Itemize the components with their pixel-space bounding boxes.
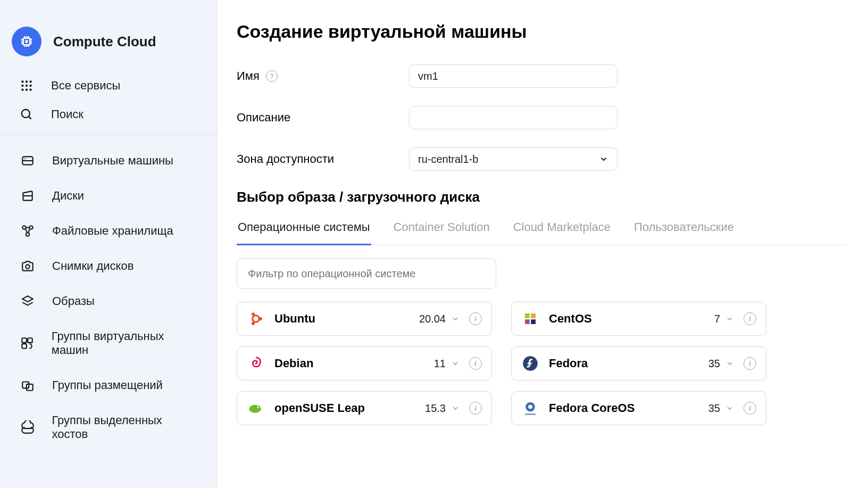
svg-rect-47 <box>525 319 530 324</box>
zone-select[interactable]: ru-central1-b <box>409 147 617 171</box>
os-card-fedora[interactable]: Fedora 35 i <box>511 346 766 381</box>
os-card-opensuse[interactable]: openSUSE Leap 15.3 i <box>237 391 492 425</box>
name-input[interactable] <box>409 64 617 88</box>
name-label: Имя <box>237 69 260 83</box>
svg-point-23 <box>22 110 30 118</box>
sidebar-item-images[interactable]: Образы <box>0 287 217 316</box>
main-content: Создание виртуальной машины Имя ? Описан… <box>218 0 868 488</box>
sidebar-item-label: Диски <box>52 189 84 203</box>
os-card-debian[interactable]: Debian 11 i <box>237 346 492 381</box>
info-icon[interactable]: i <box>469 312 482 325</box>
svg-rect-39 <box>22 382 29 388</box>
opensuse-icon <box>247 399 265 417</box>
sidebar-item-vms[interactable]: Виртуальные машины <box>0 146 217 175</box>
svg-rect-38 <box>22 344 27 349</box>
description-input[interactable] <box>409 106 617 129</box>
svg-rect-37 <box>28 338 32 343</box>
description-label-wrap: Описание <box>237 111 409 125</box>
info-icon[interactable]: i <box>469 357 482 370</box>
sidebar-divider <box>0 134 217 135</box>
os-version-value: 11 <box>434 358 446 370</box>
sidebar-item-snapshots[interactable]: Снимки дисков <box>0 252 217 280</box>
svg-line-32 <box>26 229 27 233</box>
sidebar-all-services[interactable]: Все сервисы <box>0 71 217 100</box>
sidebar-item-placement-groups[interactable]: Группы размещений <box>0 371 217 400</box>
description-label: Описание <box>237 111 290 125</box>
svg-point-55 <box>528 405 532 409</box>
help-icon[interactable]: ? <box>266 70 278 82</box>
svg-point-27 <box>24 158 26 159</box>
os-version-select[interactable]: 11 <box>434 358 460 370</box>
zone-label-wrap: Зона доступности <box>237 152 409 166</box>
tab-os[interactable]: Операционные системы <box>237 220 371 245</box>
os-filter-input[interactable] <box>237 258 496 289</box>
sidebar-top: Compute Cloud Все сервисы <box>0 0 217 129</box>
placement-icon <box>18 378 37 392</box>
os-version-value: 7 <box>714 313 720 325</box>
chevron-down-icon <box>725 315 734 323</box>
svg-point-41 <box>253 316 260 322</box>
sidebar-item-vm-groups[interactable]: Группы виртуальных машин <box>0 322 217 365</box>
form-row-zone: Зона доступности ru-central1-b <box>237 147 847 171</box>
svg-rect-45 <box>525 313 530 318</box>
os-card-fedora-coreos[interactable]: coreos Fedora CoreOS 35 i <box>511 391 766 425</box>
os-version-value: 35 <box>708 402 720 415</box>
image-tabs: Операционные системы Container Solution … <box>237 220 847 245</box>
svg-point-21 <box>26 88 28 90</box>
ubuntu-icon <box>247 310 265 328</box>
sidebar: Compute Cloud Все сервисы <box>0 0 218 488</box>
info-icon[interactable]: i <box>744 312 756 325</box>
svg-point-44 <box>252 322 255 325</box>
sidebar-search-label: Поиск <box>51 107 84 121</box>
os-card-centos[interactable]: CentOS 7 i <box>511 302 766 336</box>
tab-marketplace[interactable]: Cloud Marketplace <box>512 220 612 245</box>
server-icon <box>18 154 37 168</box>
svg-text:coreos: coreos <box>525 412 536 416</box>
os-version-select[interactable]: 15.3 <box>425 402 460 415</box>
sidebar-item-dedicated-hosts[interactable]: Группы выделенных хостов <box>0 406 217 449</box>
sidebar-item-label: Группы выделенных хостов <box>52 413 199 441</box>
fedora-icon <box>521 354 539 373</box>
svg-line-33 <box>28 229 30 233</box>
os-name: Debian <box>274 357 424 370</box>
os-version-select[interactable]: 35 <box>708 402 734 415</box>
os-version-select[interactable]: 7 <box>714 313 734 325</box>
share-icon <box>18 224 37 238</box>
svg-rect-40 <box>27 384 33 391</box>
os-version-value: 20.04 <box>419 313 446 325</box>
name-label-wrap: Имя ? <box>237 69 409 83</box>
info-icon[interactable]: i <box>469 402 482 415</box>
info-icon[interactable]: i <box>744 357 756 370</box>
os-version-select[interactable]: 35 <box>708 358 734 370</box>
sidebar-item-label: Файловые хранилища <box>52 224 173 238</box>
svg-line-24 <box>29 117 31 119</box>
grid-icon <box>17 79 36 93</box>
sidebar-item-filestorage[interactable]: Файловые хранилища <box>0 217 217 245</box>
os-name: Ubuntu <box>274 312 410 326</box>
svg-rect-48 <box>531 319 536 324</box>
svg-point-19 <box>29 85 31 87</box>
sidebar-item-disks[interactable]: Диски <box>0 181 217 210</box>
svg-point-14 <box>21 80 23 82</box>
os-card-ubuntu[interactable]: Ubuntu 20.04 i <box>237 302 492 336</box>
camera-icon <box>18 259 37 273</box>
info-icon[interactable]: i <box>744 402 756 415</box>
sidebar-brand[interactable]: Compute Cloud <box>0 16 217 71</box>
disk-icon <box>18 189 37 203</box>
chevron-down-icon <box>725 404 734 412</box>
chevron-down-icon <box>725 359 734 368</box>
tab-container[interactable]: Container Solution <box>393 220 491 245</box>
tab-custom[interactable]: Пользовательские <box>633 220 735 245</box>
sidebar-item-label: Виртуальные машины <box>52 154 173 168</box>
os-name: CentOS <box>549 312 705 326</box>
sidebar-search[interactable]: Поиск <box>0 100 217 129</box>
hosts-icon <box>18 420 37 434</box>
form-row-description: Описание <box>237 106 847 129</box>
page-title: Создание виртуальной машины <box>237 21 847 42</box>
os-name: Fedora CoreOS <box>549 401 699 415</box>
svg-point-15 <box>26 80 28 82</box>
os-version-select[interactable]: 20.04 <box>419 313 460 325</box>
image-section-title: Выбор образа / загрузочного диска <box>237 189 847 205</box>
sidebar-nav: Виртуальные машины Диски Файловые х <box>0 144 217 451</box>
os-version-value: 35 <box>708 358 720 370</box>
